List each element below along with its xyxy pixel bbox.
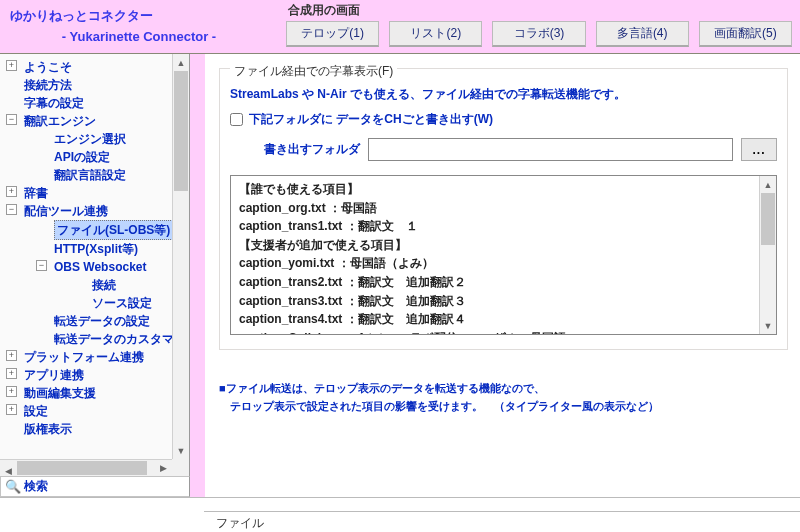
list-item: caption_trans1.txt ：翻訳文 １ [239,217,768,236]
scroll-corner [172,459,189,476]
browse-button[interactable]: ... [741,138,777,161]
brand-area: ゆかりねっとコネクター - Yukarinette Connector - [0,0,278,53]
tree-item[interactable]: 接続 [92,278,116,292]
scroll-down-icon[interactable]: ▼ [173,442,189,459]
scroll-thumb-v[interactable] [174,71,188,191]
scroll-down-icon[interactable]: ▼ [760,317,776,334]
folder-label: 書き出すフォルダ [230,141,360,158]
list-item: 【誰でも使える項目】 [239,180,768,199]
tree-toggle-icon [66,278,77,289]
nav-tree: +ようこそ接続方法字幕の設定−翻訳エンジンエンジン選択APIの設定翻訳言語設定+… [0,54,190,476]
scroll-thumb-h[interactable] [17,461,147,475]
write-per-ch-label: 下記フォルダに データをCHごと書き出す(W) [249,111,493,128]
tree-toggle-icon [66,296,77,307]
list-item: caption_Collabo_org1.txt ：コラボ配信 ユーザ１ 母国語 [239,329,768,335]
items-listbox[interactable]: 【誰でも使える項目】caption_org.txt ：母国語caption_tr… [230,175,777,335]
tree-item[interactable]: 動画編集支援 [24,386,96,400]
tree-item[interactable]: OBS Websocket [54,260,146,274]
tree-toggle-icon[interactable]: − [6,204,17,215]
tree-toggle-icon[interactable]: + [6,404,17,415]
tree-item[interactable]: 翻訳エンジン [24,114,96,128]
tree-scrollbar-h[interactable]: ◀ ▶ [0,459,172,476]
tree-toggle-icon[interactable]: + [6,368,17,379]
tree-item[interactable]: 辞書 [24,186,48,200]
list-item: caption_trans4.txt ：翻訳文 追加翻訳４ [239,310,768,329]
note-text: ■ファイル転送は、テロップ表示のデータを転送する機能なので、 テロップ表示で設定… [219,380,788,415]
tree-item[interactable]: 翻訳言語設定 [54,168,126,182]
tree-item[interactable]: 字幕の設定 [24,96,84,110]
footer-tab[interactable]: ファイル [204,511,800,532]
tree-toggle-icon [6,96,17,107]
tree-item[interactable]: 配信ツール連携 [24,204,108,218]
tree-item[interactable]: ようこそ [24,60,72,74]
scroll-right-icon[interactable]: ▶ [155,460,172,476]
tree-item[interactable]: 転送データの設定 [54,314,150,328]
tree-toggle-icon[interactable]: + [6,386,17,397]
scroll-thumb[interactable] [761,193,775,245]
file-subtitle-group: ファイル経由での字幕表示(F) StreamLabs や N-Air でも使える… [219,68,788,350]
list-item: caption_yomi.txt ：母国語（よみ） [239,254,768,273]
tree-toggle-icon [36,332,47,343]
tree-item[interactable]: アプリ連携 [24,368,84,382]
pink-divider [190,54,205,497]
tree-item[interactable]: 設定 [24,404,48,418]
brand-title: ゆかりねっとコネクター [10,6,268,27]
tree-toggle-icon[interactable]: + [6,350,17,361]
tree-toggle-icon [36,168,47,179]
tree-item[interactable]: プラットフォーム連携 [24,350,144,364]
scroll-up-icon[interactable]: ▲ [760,176,776,193]
top-tabs-label: 合成用の画面 [286,2,792,21]
write-per-ch-checkbox[interactable] [230,113,243,126]
tree-toggle-icon [6,422,17,433]
tree-toggle-icon [36,222,47,233]
search-bar[interactable]: 🔍 検索 [0,476,190,497]
tree-toggle-icon [36,314,47,325]
tree-item[interactable]: 転送データのカスタマ [54,332,174,346]
tab-list[interactable]: リスト(2) [389,21,482,47]
list-item: caption_trans3.txt ：翻訳文 追加翻訳３ [239,292,768,311]
group-desc: StreamLabs や N-Air でも使える、ファイル経由での字幕転送機能で… [230,86,777,103]
tree-toggle-icon [6,78,17,89]
tree-toggle-icon [36,132,47,143]
tab-telop[interactable]: テロップ(1) [286,21,379,47]
list-item: caption_org.txt ：母国語 [239,199,768,218]
tree-item[interactable]: 版権表示 [24,422,72,436]
tab-collab[interactable]: コラボ(3) [492,21,585,47]
tree-toggle-icon [36,150,47,161]
scroll-left-icon[interactable]: ◀ [0,463,17,476]
tree-item[interactable]: APIの設定 [54,150,110,164]
brand-subtitle: - Yukarinette Connector - [10,27,268,48]
items-scrollbar[interactable]: ▲ ▼ [759,176,776,334]
tab-screentrans[interactable]: 画面翻訳(5) [699,21,792,47]
folder-input[interactable] [368,138,733,161]
search-label: 検索 [24,478,48,495]
scroll-up-icon[interactable]: ▲ [173,54,189,71]
tree-toggle-icon [36,242,47,253]
group-title: ファイル経由での字幕表示(F) [230,63,397,80]
list-item: 【支援者が追加で使える項目】 [239,236,768,255]
search-icon: 🔍 [5,479,21,494]
tree-scrollbar-v[interactable]: ▲ ▼ [172,54,189,459]
tree-toggle-icon[interactable]: + [6,186,17,197]
tab-multilang[interactable]: 多言語(4) [596,21,689,47]
tree-item[interactable]: HTTP(Xsplit等) [54,242,138,256]
tree-item[interactable]: ファイル(SL-OBS等) [54,220,173,240]
tree-item[interactable]: 接続方法 [24,78,72,92]
tree-toggle-icon[interactable]: − [36,260,47,271]
list-item: caption_trans2.txt ：翻訳文 追加翻訳２ [239,273,768,292]
tree-item[interactable]: エンジン選択 [54,132,126,146]
main-content: ファイル経由での字幕表示(F) StreamLabs や N-Air でも使える… [205,54,800,497]
top-tabs-area: 合成用の画面 テロップ(1) リスト(2) コラボ(3) 多言語(4) 画面翻訳… [278,0,800,53]
tree-toggle-icon[interactable]: − [6,114,17,125]
tree-item[interactable]: ソース設定 [92,296,152,310]
tree-toggle-icon[interactable]: + [6,60,17,71]
